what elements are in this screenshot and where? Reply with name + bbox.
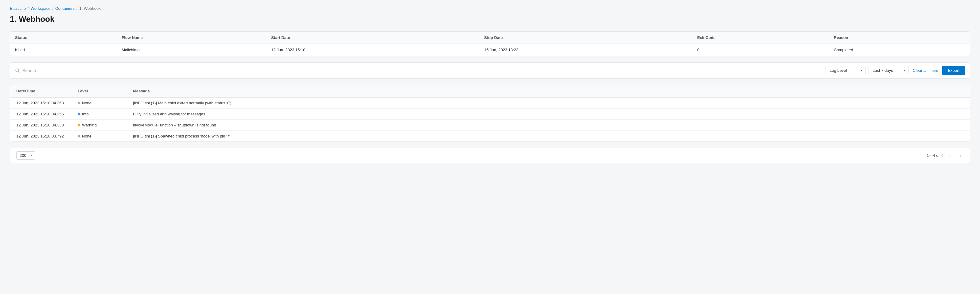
col-header-start-date: Start Date xyxy=(266,32,479,44)
log-message: [INFO tini (1)] Spawned child process 'n… xyxy=(127,131,970,142)
toolbar-right: Log Level None Info Warning Error ▾ Last… xyxy=(826,66,965,75)
log-level: Info xyxy=(72,109,127,120)
log-message: invokeModuleFunction – shutdown is not f… xyxy=(127,120,970,131)
log-row: 12 Jun, 2023 15:10:04.333WarninginvokeMo… xyxy=(10,120,970,131)
level-dot-icon xyxy=(78,102,80,104)
log-datetime: 12 Jun, 2023 15:10:04.333 xyxy=(10,120,72,131)
pagination-right: 1—4 of 4 ‹ › xyxy=(927,152,964,160)
log-message: [INFO tini (1)] Main child exited normal… xyxy=(127,97,970,109)
export-button[interactable]: Export xyxy=(942,66,965,75)
breadcrumb-containers[interactable]: Containers xyxy=(55,6,75,11)
log-datetime: 12 Jun, 2023 15:10:04.356 xyxy=(10,109,72,120)
per-page-select[interactable]: 50 100 200 500 xyxy=(16,151,35,160)
cell-exit-code: 0 xyxy=(692,44,829,56)
breadcrumb-sep-3: / xyxy=(76,6,78,11)
level-dot-icon xyxy=(78,124,80,126)
col-header-flow-name: Flow Name xyxy=(117,32,266,44)
log-level: None xyxy=(72,131,127,142)
cell-start-date: 12 Jun, 2023 15:10 xyxy=(266,44,479,56)
level-dot-icon xyxy=(78,135,80,137)
time-range-select[interactable]: Last 7 days Last 24 hours Last 30 days C… xyxy=(869,66,908,75)
level-label: None xyxy=(82,134,91,138)
logs-table: Date/Time Level Message 12 Jun, 2023 15:… xyxy=(10,85,970,141)
breadcrumb: Elastic.io / Workspace / Containers / 1.… xyxy=(10,6,970,11)
log-level-select[interactable]: Log Level None Info Warning Error xyxy=(826,66,865,75)
level-label: Info xyxy=(82,112,89,116)
clear-filters-button[interactable]: Clear all filters xyxy=(912,66,939,75)
log-row: 12 Jun, 2023 15:10:03.792None[INFO tini … xyxy=(10,131,970,142)
log-level: Warning xyxy=(72,120,127,131)
cell-reason: Completed xyxy=(829,44,970,56)
col-header-message: Message xyxy=(127,85,970,97)
logs-table-wrapper: Date/Time Level Message 12 Jun, 2023 15:… xyxy=(10,85,970,142)
log-row: 12 Jun, 2023 15:10:04.363None[INFO tini … xyxy=(10,97,970,109)
level-dot-icon xyxy=(78,113,80,115)
per-page-select-wrapper: 50 100 200 500 ▾ xyxy=(16,151,35,160)
log-datetime: 12 Jun, 2023 15:10:04.363 xyxy=(10,97,72,109)
level-label: None xyxy=(82,101,91,105)
breadcrumb-workspace[interactable]: Workspace xyxy=(31,6,51,11)
per-page-wrapper: 50 100 200 500 ▾ xyxy=(16,151,35,160)
cell-flow-name[interactable]: Mailchimp xyxy=(117,44,266,56)
col-header-datetime: Date/Time xyxy=(10,85,72,97)
cell-status: Killed xyxy=(10,44,117,56)
search-wrapper xyxy=(15,68,822,73)
search-input[interactable] xyxy=(22,68,822,73)
col-header-stop-date: Stop Date xyxy=(479,32,692,44)
breadcrumb-sep-1: / xyxy=(28,6,29,11)
search-icon xyxy=(15,68,20,73)
level-label: Warning xyxy=(82,123,97,127)
log-level: None xyxy=(72,97,127,109)
log-datetime: 12 Jun, 2023 15:10:03.792 xyxy=(10,131,72,142)
col-header-level: Level xyxy=(72,85,127,97)
info-table: Status Flow Name Start Date Stop Date Ex… xyxy=(10,32,970,56)
log-level-select-wrapper: Log Level None Info Warning Error ▾ xyxy=(826,66,865,75)
breadcrumb-elastic[interactable]: Elastic.io xyxy=(10,6,26,11)
log-message: Fully initialized and waiting for messag… xyxy=(127,109,970,120)
pagination-bar: 50 100 200 500 ▾ 1—4 of 4 ‹ › xyxy=(10,148,970,163)
info-table-wrapper: Status Flow Name Start Date Stop Date Ex… xyxy=(10,31,970,56)
breadcrumb-sep-2: / xyxy=(52,6,53,11)
pagination-prev-button[interactable]: ‹ xyxy=(947,152,953,160)
page-container: Elastic.io / Workspace / Containers / 1.… xyxy=(0,0,980,294)
svg-line-1 xyxy=(18,71,20,72)
pagination-info: 1—4 of 4 xyxy=(927,153,943,158)
toolbar: Log Level None Info Warning Error ▾ Last… xyxy=(10,62,970,79)
col-header-reason: Reason xyxy=(829,32,970,44)
col-header-status: Status xyxy=(10,32,117,44)
col-header-exit-code: Exit Code xyxy=(692,32,829,44)
breadcrumb-current: 1. Webhook xyxy=(80,6,101,11)
cell-stop-date: 15 Jun, 2023 13:23 xyxy=(479,44,692,56)
pagination-next-button[interactable]: › xyxy=(957,152,964,160)
page-title: 1. Webhook xyxy=(10,14,970,24)
info-table-row: Killed Mailchimp 12 Jun, 2023 15:10 15 J… xyxy=(10,44,970,56)
time-range-select-wrapper: Last 7 days Last 24 hours Last 30 days C… xyxy=(869,66,908,75)
log-row: 12 Jun, 2023 15:10:04.356InfoFully initi… xyxy=(10,109,970,120)
